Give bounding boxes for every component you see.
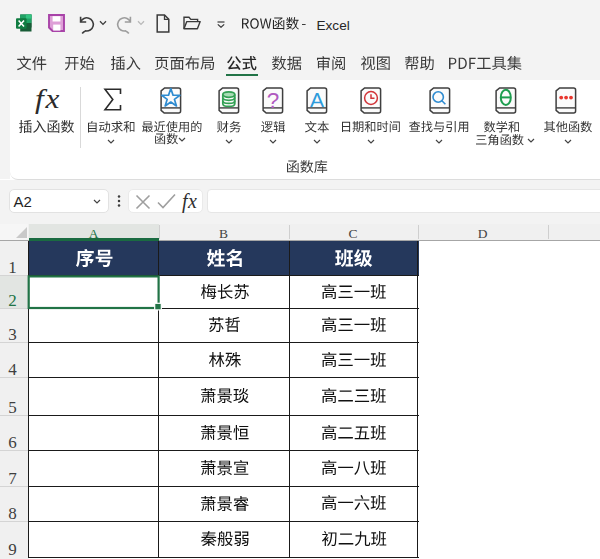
- svg-text:A: A: [310, 88, 324, 111]
- svg-text:?: ?: [266, 88, 279, 113]
